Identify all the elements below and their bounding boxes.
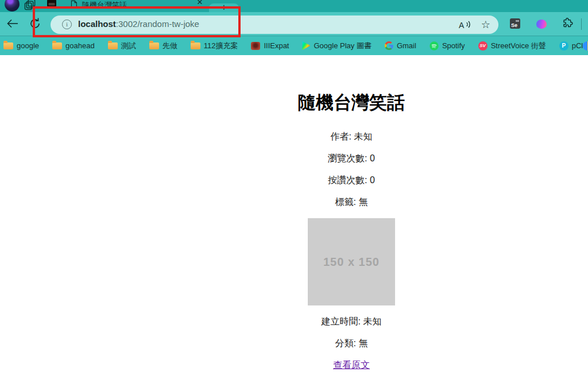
bookmark-label: 先做 bbox=[163, 41, 177, 51]
folder-icon bbox=[149, 42, 159, 49]
app-logo-icon[interactable] bbox=[5, 0, 20, 11]
pcloud-icon: P bbox=[559, 41, 568, 51]
bookmark-test[interactable]: 測試 bbox=[108, 41, 136, 51]
joke-content: 隨機台灣笑話 作者: 未知 瀏覽次數: 0 按讚次數: 0 標籤: 無 150 … bbox=[115, 91, 588, 370]
bookmark-label: goahead bbox=[65, 41, 95, 50]
created-line: 建立時間: 未知 bbox=[115, 316, 588, 327]
author-line: 作者: 未知 bbox=[115, 131, 588, 142]
spotify-icon bbox=[430, 41, 439, 51]
bookmark-label: Gmail bbox=[397, 41, 416, 50]
bookmark-112-expansion[interactable]: 112擴充案 bbox=[191, 41, 238, 51]
category-line: 分類: 無 bbox=[115, 338, 588, 349]
bookmark-label: IIIExpat bbox=[264, 41, 289, 50]
folder-icon bbox=[191, 42, 200, 49]
toolbar-divider bbox=[581, 18, 582, 30]
browser-tab[interactable]: 隨機台灣笑話 bbox=[70, 0, 212, 12]
favorite-star-icon[interactable]: ☆ bbox=[481, 18, 490, 31]
new-tab-button[interactable]: + bbox=[209, 3, 239, 12]
google-play-icon bbox=[302, 41, 310, 50]
bookmark-google[interactable]: google bbox=[3, 41, 39, 50]
address-bar[interactable]: i localhost:3002/random-tw-joke A ☆ bbox=[51, 16, 498, 34]
bookmarks-bar: google goahead 測試 先做 112擴充案 IIIExpat Goo… bbox=[0, 36, 588, 55]
ai-brain-extension-icon[interactable] bbox=[536, 20, 547, 29]
bookmark-spotify[interactable]: Spotify bbox=[430, 41, 465, 51]
bookmark-todo-first[interactable]: 先做 bbox=[149, 41, 177, 51]
bookmark-gmail[interactable]: Gmail bbox=[385, 41, 416, 50]
page-document-icon bbox=[70, 0, 78, 9]
bookmark-label: google bbox=[17, 41, 39, 50]
clipped-bookmark-icon[interactable] bbox=[583, 41, 588, 51]
bookmark-google-play-books[interactable]: Google Play 圖書 bbox=[302, 41, 371, 51]
likes-line: 按讚次數: 0 bbox=[115, 175, 588, 185]
views-line: 瀏覽次數: 0 bbox=[115, 153, 588, 164]
view-original-link[interactable]: 查看原文 bbox=[333, 360, 370, 370]
bookmark-label: StreetVoice 街聲 bbox=[491, 41, 546, 51]
url-text[interactable]: localhost:3002/random-tw-joke bbox=[78, 19, 199, 29]
bookmark-streetvoice[interactable]: SVStreetVoice 街聲 bbox=[478, 41, 546, 51]
bookmark-label: Google Play 圖書 bbox=[314, 41, 371, 51]
svg-text:A: A bbox=[459, 21, 465, 30]
folder-icon bbox=[3, 42, 13, 49]
tab-groups-icon[interactable] bbox=[24, 0, 36, 11]
browser-tab-bar: 隨機台灣笑話 × + bbox=[0, 0, 588, 12]
window-preview-icon[interactable] bbox=[46, 0, 57, 9]
bookmark-label: 112擴充案 bbox=[204, 41, 238, 51]
extensions-puzzle-icon[interactable] bbox=[562, 17, 574, 29]
folder-icon bbox=[108, 42, 118, 49]
read-aloud-icon[interactable]: A bbox=[458, 19, 472, 30]
page-title: 隨機台灣笑話 bbox=[115, 91, 588, 115]
tab-title: 隨機台灣笑話 bbox=[82, 0, 127, 10]
tab-close-icon[interactable]: × bbox=[194, 0, 206, 8]
placeholder-image: 150 x 150 bbox=[308, 218, 395, 305]
site-info-icon[interactable]: i bbox=[62, 20, 72, 29]
back-icon[interactable] bbox=[6, 17, 20, 30]
selenium-extension-icon[interactable]: Se bbox=[510, 18, 520, 29]
bookmark-goahead[interactable]: goahead bbox=[52, 41, 95, 50]
bookmark-label: 測試 bbox=[121, 41, 136, 51]
google-g-icon bbox=[385, 41, 393, 50]
expat-icon bbox=[251, 42, 260, 50]
selenium-label: Se bbox=[511, 22, 517, 28]
url-host: localhost bbox=[78, 19, 116, 29]
bookmark-label: Spotify bbox=[442, 41, 465, 50]
browser-toolbar: i localhost:3002/random-tw-joke A ☆ Se bbox=[0, 12, 588, 36]
url-path: :3002/random-tw-joke bbox=[116, 19, 199, 29]
page-viewport: 隨機台灣笑話 作者: 未知 瀏覽次數: 0 按讚次數: 0 標籤: 無 150 … bbox=[0, 55, 588, 387]
tags-line: 標籤: 無 bbox=[115, 196, 588, 207]
refresh-icon[interactable] bbox=[29, 17, 41, 30]
bookmark-iiiexpat[interactable]: IIIExpat bbox=[251, 41, 289, 50]
streetvoice-icon: SV bbox=[478, 41, 488, 51]
folder-icon bbox=[52, 42, 62, 49]
